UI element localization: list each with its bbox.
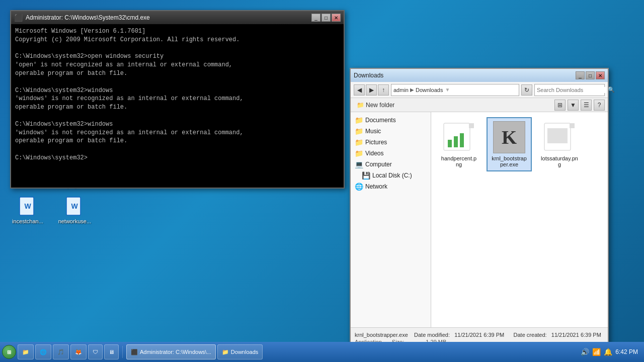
breadcrumb: admin ▶ Downloads: [393, 87, 443, 93]
tray-network-icon: 🔊: [581, 348, 589, 356]
taskbar-firefox-icon: 🦊: [75, 349, 82, 355]
sidebar-label-network: Network: [365, 183, 387, 190]
cmd-title: Administrator: C:\Windows\System32\cmd.e…: [26, 14, 311, 21]
new-folder-label: New folder: [366, 102, 394, 109]
taskbar-avast-icon: 🛡: [93, 349, 98, 355]
taskbar: ⊞ 📁 🌐 🎵 🦊 🛡 🖥 ⬛ Administrator: C:\Window…: [0, 342, 644, 362]
explorer-window: Downloads _ □ ✕ ◀ ▶ ↑ admin ▶ Downloads …: [350, 68, 609, 349]
taskbar-firefox-button[interactable]: 🦊: [70, 344, 87, 359]
cmd-maximize-button[interactable]: □: [321, 14, 331, 22]
sidebar-item-pictures[interactable]: 📁 Pictures: [351, 137, 431, 148]
computer-icon: 💻: [355, 160, 363, 168]
sidebar-label-videos: Videos: [365, 150, 383, 157]
forward-button[interactable]: ▶: [366, 84, 377, 96]
explorer-address-bar-row: ◀ ▶ ↑ admin ▶ Downloads ▼ ↻ 🔍: [351, 82, 608, 98]
breadcrumb-arrow: ▶: [410, 87, 414, 93]
start-button[interactable]: ⊞: [2, 345, 16, 359]
back-button[interactable]: ◀: [354, 84, 365, 96]
view-toggle-button[interactable]: ⊞: [554, 100, 566, 111]
cmd-body[interactable]: Microsoft Windows [Version 6.1.7601]Copy…: [11, 24, 344, 188]
svg-text:W: W: [24, 202, 31, 210]
music-icon: 📁: [355, 127, 363, 135]
sidebar-item-computer[interactable]: 💻 Computer: [351, 159, 431, 170]
sidebar-label-music: Music: [365, 128, 381, 135]
taskbar-cmd-icon: ⬛: [131, 349, 138, 355]
taskbar-gpu-icon: 🖥: [109, 349, 114, 355]
taskbar-explorer-button[interactable]: 📁: [18, 344, 34, 359]
file-item-krnl[interactable]: K krnl_bootstrapper.exe: [487, 117, 532, 171]
new-folder-icon: 📁: [357, 102, 364, 109]
svg-text:K: K: [502, 126, 517, 148]
incestchan-icon: W: [18, 196, 38, 216]
taskbar-cmd-label: Administrator: C:\Windows\...: [140, 349, 211, 355]
address-dropdown-arrow[interactable]: ▼: [445, 87, 450, 93]
sidebar-label-computer: Computer: [365, 161, 392, 168]
handpercent-filename: handpercent.png: [440, 155, 477, 167]
desktop-icon-incestchan[interactable]: W incestchan...: [8, 196, 48, 224]
search-input[interactable]: [537, 87, 606, 93]
cmd-close-button[interactable]: ✕: [332, 14, 341, 22]
taskbar-media-icon: 🎵: [57, 349, 64, 355]
status-date-created: 11/21/2021 6:39 PM: [551, 332, 601, 338]
tray-volume-icon: 📶: [592, 348, 601, 356]
sidebar-item-local-disk[interactable]: 💾 Local Disk (C:): [351, 170, 431, 181]
sidebar-label-pictures: Pictures: [365, 139, 387, 146]
taskbar-cmd-window[interactable]: ⬛ Administrator: C:\Windows\...: [126, 344, 216, 359]
explorer-window-controls: _ □ ✕: [576, 71, 605, 79]
svg-rect-19: [454, 136, 458, 147]
taskbar-gpu-button[interactable]: 🖥: [104, 344, 119, 359]
taskbar-ie-button[interactable]: 🌐: [35, 344, 51, 359]
system-clock: 6:42 PM: [615, 348, 638, 355]
networkuse-icon: W: [64, 196, 85, 216]
view-list-button[interactable]: ☰: [581, 100, 592, 111]
file-item-lotssaturday[interactable]: lotssaturday.png: [537, 117, 582, 171]
file-item-handpercent[interactable]: handpercent.png: [436, 117, 481, 171]
sidebar-item-videos[interactable]: 📁 Videos: [351, 148, 431, 159]
sidebar-item-documents[interactable]: 📁 Documents: [351, 115, 431, 126]
up-button[interactable]: ↑: [378, 84, 389, 96]
address-bar[interactable]: admin ▶ Downloads ▼: [391, 84, 519, 96]
taskbar-media-button[interactable]: 🎵: [53, 344, 69, 359]
refresh-button[interactable]: ↻: [521, 84, 532, 96]
cmd-minimize-button[interactable]: _: [311, 14, 320, 22]
explorer-titlebar: Downloads _ □ ✕: [351, 69, 608, 82]
local-disk-icon: 💾: [362, 171, 370, 179]
help-button[interactable]: ?: [594, 100, 605, 111]
cmd-window: ⬛ Administrator: C:\Windows\System32\cmd…: [10, 10, 345, 189]
networkuse-label: networkuse...: [58, 218, 91, 224]
taskbar-divider: [122, 346, 123, 358]
taskbar-downloads-window[interactable]: 📁 Downloads: [217, 344, 263, 359]
search-icon: 🔍: [608, 86, 615, 93]
search-bar[interactable]: 🔍: [534, 84, 605, 96]
breadcrumb-downloads: Downloads: [416, 87, 443, 93]
documents-icon: 📁: [355, 116, 363, 124]
file-area[interactable]: handpercent.png K krnl_bootstrapper.exe: [431, 112, 608, 327]
incestchan-label: incestchan...: [12, 218, 43, 224]
explorer-content: 📁 Documents 📁 Music 📁 Pictures 📁 Videos …: [351, 112, 608, 327]
breadcrumb-admin: admin: [393, 87, 409, 93]
explorer-close-button[interactable]: ✕: [596, 71, 605, 79]
lotssaturday-icon: [543, 121, 576, 153]
status-date-modified-label: Date modified:: [414, 332, 450, 338]
taskbar-avast-button[interactable]: 🛡: [88, 344, 103, 359]
cmd-titlebar: ⬛ Administrator: C:\Windows\System32\cmd…: [11, 11, 344, 24]
new-folder-button[interactable]: 📁 New folder: [354, 101, 397, 110]
clock-time: 6:42 PM: [615, 348, 638, 355]
taskbar-downloads-icon: 📁: [222, 349, 229, 355]
status-filename-line: krnl_bootstrapper.exe Date modified: 11/…: [355, 332, 604, 338]
tray-battery-icon: 🔔: [604, 348, 612, 356]
nav-buttons: ◀ ▶ ↑: [354, 84, 389, 96]
view-controls: ⊞ ▼ ☰ ?: [554, 100, 605, 111]
view-options-button[interactable]: ▼: [568, 100, 579, 111]
videos-icon: 📁: [355, 149, 363, 157]
svg-text:W: W: [71, 202, 78, 210]
desktop-icon-networkuse[interactable]: W networkuse...: [54, 196, 95, 224]
status-filename: krnl_bootstrapper.exe: [355, 332, 408, 338]
svg-rect-18: [448, 140, 452, 147]
sidebar-item-network[interactable]: 🌐 Network: [351, 181, 431, 192]
status-date-created-label: Date created:: [514, 332, 547, 338]
sidebar-item-music[interactable]: 📁 Music: [351, 126, 431, 137]
explorer-minimize-button[interactable]: _: [576, 71, 585, 79]
explorer-maximize-button[interactable]: □: [586, 71, 595, 79]
taskbar-explorer-icon: 📁: [22, 349, 29, 355]
